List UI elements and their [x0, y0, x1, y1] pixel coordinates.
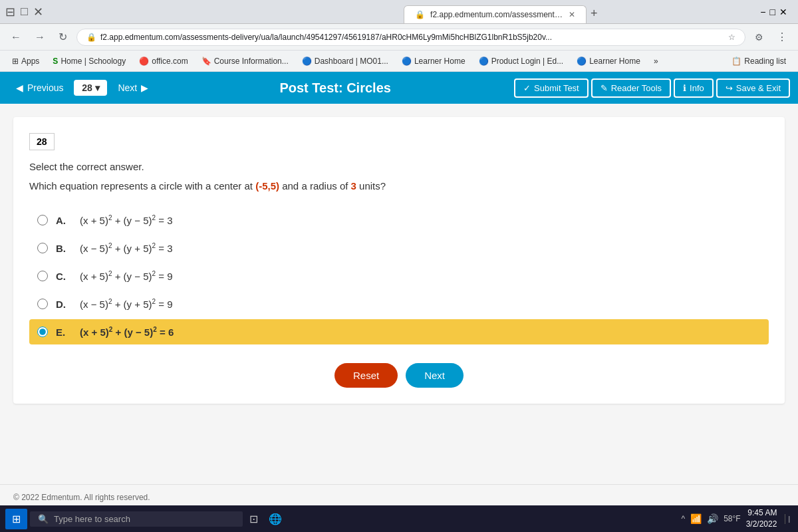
option-c-label: C.	[56, 271, 72, 282]
reader-tools-icon: ✎	[600, 83, 608, 93]
toolbar-right: ✓ Submit Test ✎ Reader Tools ℹ Info ↪ Sa…	[514, 78, 790, 98]
tab-favicon: 🔒	[415, 10, 425, 19]
dashboard-icon: 🔵	[302, 57, 312, 66]
bookmark-product-login[interactable]: 🔵 Product Login | Ed...	[473, 55, 569, 68]
page-number-selector[interactable]: 28 ▾	[74, 80, 107, 96]
bookmarks-bar: ⊞ Apps S Home | Schoology 🔴 office.com 🔖…	[0, 51, 798, 72]
option-a-label: A.	[56, 215, 72, 226]
next-button[interactable]: Next	[406, 363, 464, 388]
option-d-text: (x − 5)2 + (y + 5)2 = 9	[80, 298, 173, 310]
clock: 9:45 AM 3/2/2022	[746, 507, 780, 530]
option-c-text: (x + 5)2 + (y − 5)2 = 9	[80, 270, 173, 282]
taskbar: ⊞ 🔍 Type here to search ⊡ 🌐 ^ 📶 🔊 58°F 9…	[0, 505, 798, 532]
search-placeholder: Type here to search	[54, 514, 130, 524]
active-tab[interactable]: 🔒 f2.app.edmentum.com/assessments... ✕	[404, 5, 587, 23]
show-hidden-icon[interactable]: ^	[682, 514, 686, 523]
question-card: 28 Select the correct answer. Which equa…	[13, 117, 785, 404]
previous-icon: ◀	[16, 82, 23, 93]
schoology-icon: S	[53, 57, 58, 66]
tab-title: f2.app.edmentum.com/assessments...	[430, 10, 563, 19]
apps-icon: ⊞	[12, 57, 19, 66]
refresh-button[interactable]: ↻	[55, 28, 71, 46]
volume-icon[interactable]: 🔊	[707, 513, 718, 524]
info-button[interactable]: ℹ Info	[674, 78, 714, 98]
copyright-text: © 2022 Edmentum. All rights reserved.	[13, 493, 150, 502]
bookmark-dashboard[interactable]: 🔵 Dashboard | MO01...	[297, 55, 394, 68]
previous-button[interactable]: ◀ Previous	[8, 78, 71, 97]
minimize-icon[interactable]: −	[760, 7, 765, 17]
forward-button[interactable]: →	[31, 29, 49, 46]
next-icon: ▶	[141, 82, 148, 93]
bookmark-learner-home-1[interactable]: 🔵 Learner Home	[396, 55, 471, 68]
window-controls[interactable]: ⊟ □ ✕	[5, 5, 43, 19]
bookmark-more[interactable]: »	[648, 55, 664, 68]
product-icon: 🔵	[479, 57, 489, 66]
reading-list-icon: 📋	[732, 57, 741, 66]
main-content: 28 Select the correct answer. Which equa…	[0, 104, 798, 484]
bookmark-schoology[interactable]: S Home | Schoology	[47, 55, 131, 68]
bookmark-star-icon[interactable]: ☆	[728, 33, 735, 42]
option-a-text: (x + 5)2 + (y − 5)2 = 3	[80, 214, 173, 226]
radio-c[interactable]	[37, 271, 48, 281]
learner-icon-2: 🔵	[577, 57, 587, 66]
close-window-icon[interactable]: ✕	[779, 7, 787, 17]
submit-icon: ✓	[523, 83, 531, 93]
question-text: Which equation represents a circle with …	[29, 180, 769, 192]
test-title: Post Test: Circles	[159, 80, 511, 96]
next-button-toolbar[interactable]: Next ▶	[110, 78, 156, 97]
browser-tab-bar: ⊟ □ ✕ 🔒 f2.app.edmentum.com/assessments.…	[0, 0, 798, 24]
radio-e[interactable]	[37, 327, 48, 337]
temperature-badge: 58°F	[724, 514, 740, 523]
system-tray: ^ 📶 🔊 58°F 9:45 AM 3/2/2022 |	[682, 507, 793, 530]
address-bar-row: ← → ↻ 🔒 f2.app.edmentum.com/assessments-…	[0, 24, 798, 51]
browser-taskbar-icon[interactable]: 🌐	[265, 510, 286, 528]
save-exit-button[interactable]: ↪ Save & Exit	[716, 78, 790, 98]
app-toolbar: ◀ Previous 28 ▾ Next ▶ Post Test: Circle…	[0, 72, 798, 104]
learner-icon-1: 🔵	[402, 57, 412, 66]
question-instruction: Select the correct answer.	[29, 161, 769, 172]
chevron-down-icon: ▾	[95, 82, 100, 93]
option-e-text: (x + 5)2 + (y − 5)2 = 6	[80, 326, 174, 338]
radio-a[interactable]	[37, 215, 48, 225]
task-view-button[interactable]: ⊡	[245, 510, 262, 528]
tab-close-icon[interactable]: ✕	[569, 10, 575, 19]
question-number: 28	[29, 133, 55, 150]
option-c[interactable]: C. (x + 5)2 + (y − 5)2 = 9	[29, 263, 769, 289]
maximize-icon[interactable]: □	[770, 7, 775, 17]
back-button[interactable]: ←	[7, 29, 25, 46]
option-a[interactable]: A. (x + 5)2 + (y − 5)2 = 3	[29, 207, 769, 233]
extensions-button[interactable]: ⚙	[751, 29, 767, 45]
start-button[interactable]: ⊞	[5, 509, 27, 529]
bookmark-reading-list[interactable]: 📋 Reading list	[726, 55, 791, 68]
option-d-label: D.	[56, 299, 72, 310]
option-e-label: E.	[56, 327, 72, 338]
save-exit-icon: ↪	[726, 83, 733, 93]
info-icon: ℹ	[683, 83, 686, 93]
reset-button[interactable]: Reset	[334, 363, 398, 388]
bookmark-learner-home-2[interactable]: 🔵 Learner Home	[571, 55, 646, 68]
new-tab-button[interactable]: +	[591, 7, 598, 23]
action-buttons: Reset Next	[29, 363, 769, 388]
address-bar[interactable]: 🔒 f2.app.edmentum.com/assessments-delive…	[76, 29, 745, 46]
reader-tools-button[interactable]: ✎ Reader Tools	[591, 78, 671, 98]
answer-options: A. (x + 5)2 + (y − 5)2 = 3 B. (x − 5)2 +…	[29, 207, 769, 344]
taskbar-search-box[interactable]: 🔍 Type here to search	[30, 511, 243, 527]
submit-test-button[interactable]: ✓ Submit Test	[514, 78, 589, 98]
bookmark-apps[interactable]: ⊞ Apps	[7, 55, 45, 68]
lock-icon: 🔒	[86, 33, 96, 42]
option-e[interactable]: E. (x + 5)2 + (y − 5)2 = 6	[29, 319, 769, 344]
option-d[interactable]: D. (x − 5)2 + (y + 5)2 = 9	[29, 291, 769, 317]
bookmark-office[interactable]: 🔴 office.com	[134, 55, 193, 68]
radio-b[interactable]	[37, 243, 48, 253]
time-display: 9:45 AM	[746, 507, 777, 519]
network-icon[interactable]: 📶	[690, 513, 702, 524]
course-icon: 🔖	[201, 57, 211, 66]
office-icon: 🔴	[139, 57, 149, 66]
bookmark-course[interactable]: 🔖 Course Information...	[196, 55, 294, 68]
url-text: f2.app.edmentum.com/assessments-delivery…	[100, 33, 724, 42]
menu-button[interactable]: ⋮	[773, 28, 791, 46]
radio-d[interactable]	[37, 299, 48, 309]
search-icon: 🔍	[38, 514, 49, 524]
show-desktop-button[interactable]: |	[785, 514, 793, 524]
option-b[interactable]: B. (x − 5)2 + (y + 5)2 = 3	[29, 235, 769, 261]
